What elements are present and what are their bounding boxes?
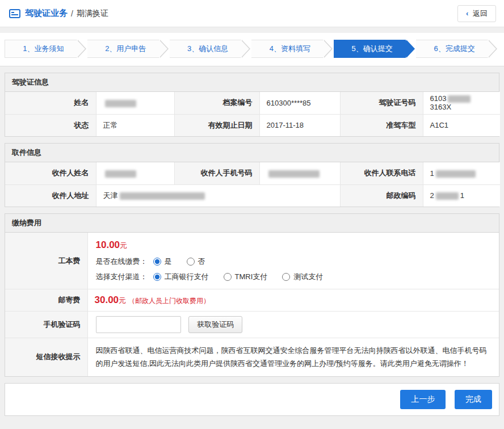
- status-label: 状态: [5, 114, 96, 136]
- pay-channel-label: 选择支付渠道：: [96, 272, 148, 282]
- fee-value: 10.00: [96, 239, 120, 250]
- page-header: 驾驶证业务 / 期满换证 ‹ 返回: [0, 0, 504, 27]
- radio-online-yes-input[interactable]: [153, 258, 161, 266]
- back-label: 返回: [473, 9, 488, 18]
- recipient-name-label: 收件人姓名: [5, 162, 96, 184]
- radio-online-yes[interactable]: 是: [153, 256, 172, 267]
- table-row: 状态 正常 有效期止日期 2017-11-18 准驾车型 A1C1: [5, 114, 500, 136]
- back-button[interactable]: ‹ 返回: [457, 5, 496, 22]
- step-breadcrumb: 1、业务须知 2、用户申告 3、确认信息 4、资料填写 5、确认提交 6、完成提…: [0, 33, 504, 66]
- expiry-value: 2017-11-18: [259, 114, 340, 136]
- recipient-phone-label: 收件人联系电话: [340, 162, 423, 184]
- table-row: 短信接收提示 因陕西省联通、电信运营商技术问题，陕西省互联网交通安全综合服务管理…: [5, 338, 499, 376]
- fee-cell: 10.00元 是否在线缴费： 是 否 选择支付渠道：: [87, 233, 499, 289]
- radio-online-yes-label: 是: [165, 256, 172, 267]
- redacted-address: [120, 192, 205, 200]
- step-6-complete-submit[interactable]: 6、完成提交: [416, 40, 488, 58]
- page-title: 驾驶证业务: [25, 8, 68, 19]
- table-row: 工本费 10.00元 是否在线缴费： 是 否 选: [5, 233, 499, 289]
- zip-code-value: 21: [423, 184, 500, 207]
- radio-channel-test[interactable]: 测试支付: [282, 272, 323, 282]
- recipient-mobile-value: [259, 162, 340, 184]
- license-no-suffix: 3163X: [430, 103, 452, 111]
- radio-channel-tmri-input[interactable]: [224, 273, 232, 281]
- recipient-address-value: 天津: [96, 184, 340, 207]
- fee-label: 工本费: [5, 233, 87, 289]
- name-value: [96, 92, 174, 114]
- title-separator: /: [71, 9, 73, 18]
- expiry-label: 有效期止日期: [174, 114, 259, 136]
- pay-channel-row: 选择支付渠道： 工商银行支付 TMRI支付 测试支付: [96, 272, 492, 282]
- pickup-section-title: 取件信息: [5, 144, 499, 162]
- vehicle-type-value: A1C1: [423, 114, 500, 136]
- postage-unit: 元: [119, 296, 126, 305]
- license-section-title: 驾驶证信息: [5, 73, 499, 92]
- previous-step-button[interactable]: 上一步: [400, 390, 446, 409]
- table-row: 邮寄费 30.00元（邮政人员上门收取费用）: [5, 289, 499, 312]
- redacted-name: [105, 100, 136, 107]
- recipient-phone-value: 1: [423, 162, 500, 184]
- radio-channel-test-input[interactable]: [282, 273, 290, 281]
- file-no-value: 610300****85: [259, 92, 340, 114]
- step-3-confirm-info[interactable]: 3、确认信息: [170, 40, 242, 58]
- postage-value: 30.00: [95, 295, 119, 305]
- table-row: 收件人姓名 收件人手机号码 收件人联系电话 1: [5, 162, 500, 184]
- payment-section-title: 缴纳费用: [5, 214, 499, 233]
- postage-cell: 30.00元（邮政人员上门收取费用）: [87, 289, 499, 312]
- license-info-table: 姓名 档案编号 610300****85 驾驶证号码 61033163X 状态 …: [5, 92, 500, 136]
- postage-note: （邮政人员上门收取费用）: [128, 297, 210, 305]
- sms-code-cell: 获取验证码: [87, 312, 499, 338]
- radio-online-no[interactable]: 否: [187, 256, 205, 267]
- vehicle-type-label: 准驾车型: [340, 114, 423, 136]
- step-1-business-notice[interactable]: 1、业务须知: [5, 40, 77, 58]
- payment-table: 工本费 10.00元 是否在线缴费： 是 否 选: [5, 233, 499, 376]
- step-4-fill-data[interactable]: 4、资料填写: [251, 40, 324, 58]
- step-2-user-declaration[interactable]: 2、用户申告: [87, 40, 159, 58]
- payment-section: 缴纳费用 工本费 10.00元 是否在线缴费： 是 否: [5, 213, 499, 377]
- zip-code-label: 邮政编码: [340, 184, 423, 207]
- radio-channel-test-label: 测试支付: [293, 272, 323, 282]
- sms-code-input[interactable]: [96, 316, 181, 333]
- radio-channel-tmri[interactable]: TMRI支付: [224, 272, 268, 282]
- pickup-info-section: 取件信息 收件人姓名 收件人手机号码 收件人联系电话 1 收件人地址 天津 邮政…: [5, 143, 499, 207]
- redacted-license-no: [448, 95, 471, 103]
- phone-prefix: 1: [430, 169, 434, 178]
- redacted-zip: [436, 192, 459, 200]
- status-value: 正常: [96, 114, 174, 136]
- table-row: 收件人地址 天津 邮政编码 21: [5, 184, 500, 207]
- online-pay-label: 是否在线缴费：: [96, 256, 148, 267]
- fee-unit: 元: [120, 241, 127, 250]
- license-no-value: 61033163X: [423, 92, 500, 114]
- get-code-button[interactable]: 获取验证码: [188, 316, 242, 333]
- radio-channel-icbc-label: 工商银行支付: [165, 272, 209, 282]
- footer-action-bar: 上一步 完成: [5, 383, 499, 416]
- radio-online-no-label: 否: [198, 256, 205, 267]
- recipient-address-label: 收件人地址: [5, 184, 96, 207]
- radio-channel-tmri-label: TMRI支付: [235, 272, 268, 282]
- postage-label: 邮寄费: [5, 289, 87, 312]
- radio-channel-icbc[interactable]: 工商银行支付: [153, 272, 209, 282]
- sms-tip-text: 因陕西省联通、电信运营商技术问题，陕西省互联网交通安全综合服务管理平台无法向持陕…: [87, 338, 499, 376]
- sms-code-label: 手机验证码: [5, 312, 87, 338]
- redacted-mobile: [268, 170, 320, 178]
- pickup-info-table: 收件人姓名 收件人手机号码 收件人联系电话 1 收件人地址 天津 邮政编码 21: [5, 162, 500, 207]
- fee-amount: 10.00元: [96, 239, 492, 251]
- recipient-mobile-label: 收件人手机号码: [174, 162, 259, 184]
- file-no-label: 档案编号: [174, 92, 259, 114]
- finish-button[interactable]: 完成: [455, 390, 492, 409]
- zip-prefix: 2: [430, 191, 434, 200]
- step-5-confirm-submit[interactable]: 5、确认提交: [334, 40, 406, 58]
- name-label: 姓名: [5, 92, 96, 114]
- sms-tip-label: 短信接收提示: [5, 338, 87, 376]
- license-no-label: 驾驶证号码: [340, 92, 423, 114]
- radio-online-no-input[interactable]: [187, 258, 195, 266]
- online-pay-row: 是否在线缴费： 是 否: [96, 256, 492, 267]
- subpage-title: 期满换证: [77, 9, 108, 19]
- license-info-section: 驾驶证信息 姓名 档案编号 610300****85 驾驶证号码 6103316…: [5, 73, 499, 137]
- license-card-icon: [9, 9, 20, 18]
- redacted-phone: [436, 170, 476, 178]
- chevron-left-icon: ‹: [466, 9, 468, 18]
- table-row: 手机验证码 获取验证码: [5, 312, 499, 338]
- zip-suffix: 1: [460, 191, 464, 200]
- radio-channel-icbc-input[interactable]: [153, 273, 161, 281]
